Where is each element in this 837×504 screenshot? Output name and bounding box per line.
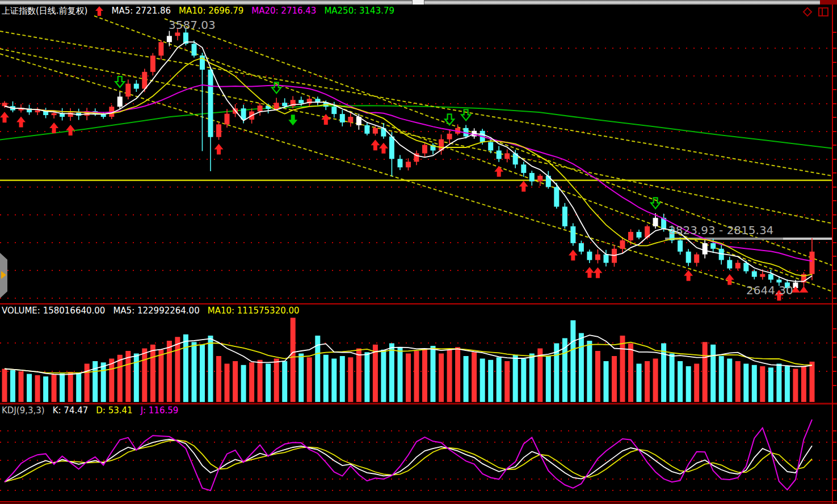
main-pane-header: 上证指数(日线.前复权) MA5: 2721.86 MA10: 2696.79 … [2,6,394,16]
pane-controls [802,6,829,18]
top-right-strip [820,0,837,5]
ma250-value: MA250: 3143.79 [324,6,394,16]
ma5-value: MA5: 2721.86 [111,6,171,16]
kdj-pane-header: KDJ(9,3,3) K: 74.47 D: 53.41 J: 116.59 [2,405,178,416]
up-arrow-icon [95,6,103,16]
volume-pane-header: VOLUME: 158016640.00 MA5: 122992264.00 M… [2,306,300,316]
kdj-label: KDJ(9,3,3) [2,405,45,416]
panel-expand-arrow-icon [1,271,6,279]
kdj-k-value: K: 74.47 [53,405,89,416]
volume-value: VOLUME: 158016640.00 [2,306,105,316]
top-scrollbar[interactable] [0,0,820,5]
window-icon[interactable] [818,7,829,17]
chart-title: 上证指数(日线.前复权) [2,6,87,16]
gap-price-label: 2823.93 - 2815.34 [668,223,773,237]
ma20-value: MA20: 2716.43 [251,6,316,16]
volume-ma5-value: MA5: 122992264.00 [113,306,199,316]
kdj-j-value: J: 116.59 [141,405,179,416]
low-price-label: 2644.30 [746,283,793,297]
scrollbar-thumb[interactable] [412,0,424,5]
kdj-d-value: D: 53.41 [96,405,132,416]
diamond-icon[interactable] [802,6,813,18]
peak-price-label: 3587.03 [169,18,216,32]
candlesticks [2,28,815,293]
stock-chart-window: 上证指数(日线.前复权) MA5: 2721.86 MA10: 2696.79 … [0,0,837,504]
chart-canvas[interactable] [0,0,837,504]
volume-bars [2,318,815,403]
left-panel-handle[interactable] [0,253,7,298]
ma10-value: MA10: 2696.79 [179,6,243,16]
volume-ma10-value: MA10: 111575320.00 [208,306,300,316]
